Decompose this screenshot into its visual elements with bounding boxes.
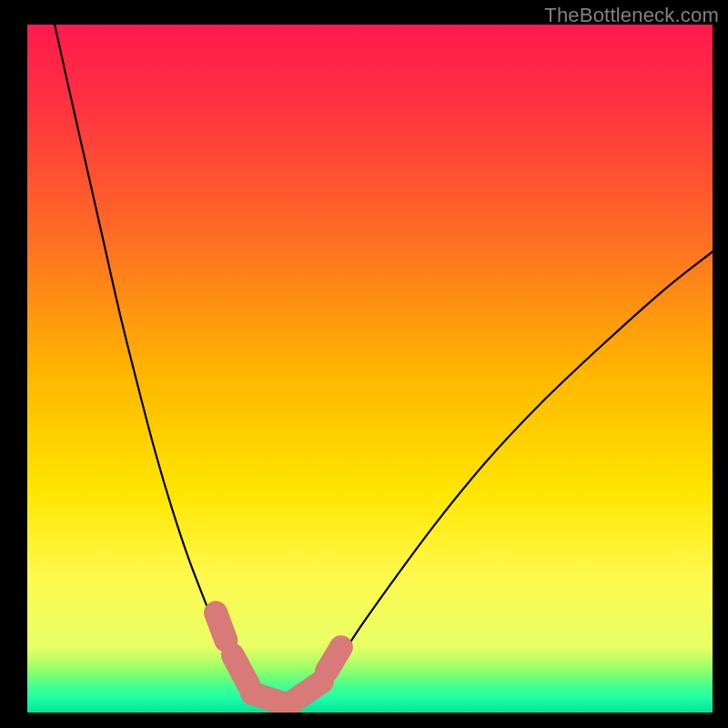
chart-frame: TheBottleneck.com	[0, 0, 728, 728]
watermark-text: TheBottleneck.com	[544, 4, 719, 27]
marker-blob	[233, 655, 248, 685]
marker-blob	[216, 612, 226, 640]
gradient-background	[27, 25, 713, 713]
plot-area	[27, 25, 713, 713]
marker-blob	[327, 647, 341, 671]
plot-svg	[27, 25, 713, 713]
